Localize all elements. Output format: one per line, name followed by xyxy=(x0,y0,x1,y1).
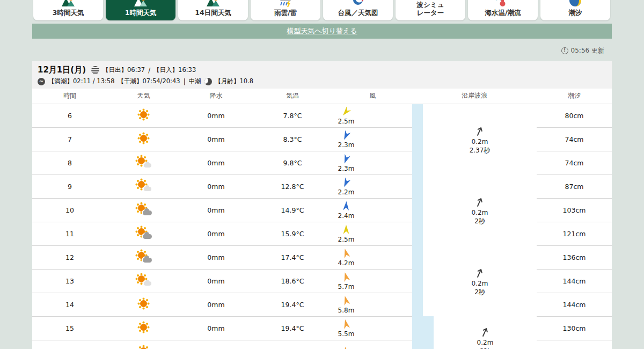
tab-label: 3時間天気 xyxy=(53,9,84,17)
wind-direction-icon xyxy=(340,200,352,212)
weather-sun-cloud-gray-icon xyxy=(135,202,152,216)
tide-cell: 121cm xyxy=(537,222,612,245)
wave-period: 2秒 xyxy=(480,347,491,349)
tide-cell: 109cm xyxy=(537,340,612,349)
sun-icon xyxy=(138,181,145,188)
low-tide-times: 【干潮】07:54/20:43 xyxy=(118,77,180,85)
wind-cell xyxy=(333,340,412,349)
cloud-icon xyxy=(144,163,151,168)
tab-weather-3h[interactable]: 3時間天気 xyxy=(33,0,103,20)
tab-label: 雨雲/雷 xyxy=(274,9,297,17)
column-header: 時間 xyxy=(32,89,107,104)
cloud-icon xyxy=(143,210,152,215)
wind-cell: 2.5m xyxy=(333,104,412,127)
sun-icon xyxy=(140,135,147,142)
weather-cell xyxy=(107,198,180,222)
sunrise-sunset-separator: / xyxy=(148,67,150,74)
weather-14d-icon xyxy=(206,0,221,8)
table-row: 120mm17.4°C4.2m0.2m2秒136cm xyxy=(32,245,612,269)
wind-direction-icon xyxy=(340,318,352,330)
wave-height: 0.2m xyxy=(472,137,488,146)
sun-icon xyxy=(140,300,147,307)
tab-sea-temperature[interactable]: 海水温/潮流 xyxy=(468,0,538,20)
column-header: 天気 xyxy=(107,89,180,104)
weather-1h-icon xyxy=(133,0,148,8)
tide-icon xyxy=(568,0,583,8)
tide-cell: 74cm xyxy=(537,127,612,151)
temp-cell: 18.6°C xyxy=(252,269,333,293)
tab-label: 潮汐 xyxy=(569,9,582,17)
hour-cell: 9 xyxy=(32,174,107,198)
weather-sun-cloud-gray-icon xyxy=(135,250,152,264)
forecast-card: 12月1日(月) 【日出】06:37 / 【日入】16:33 ~ 【満潮】02:… xyxy=(32,61,612,349)
rain-radar-icon xyxy=(278,0,293,8)
wind-speed: 2.3m xyxy=(338,141,355,149)
precip-cell: 0mm xyxy=(180,127,252,151)
table-row: 90mm12.8°C2.2m0.2m2秒87cm xyxy=(32,174,612,198)
wind-speed: 5.5m xyxy=(338,330,355,338)
wind-speed: 2.5m xyxy=(338,118,355,125)
weather-cell xyxy=(107,269,180,293)
sun-icon xyxy=(140,347,147,349)
table-body: 60mm7.8°C2.5m0.2m2.37秒80cm70mm8.3°C2.3m7… xyxy=(32,104,612,349)
weather-3h-icon xyxy=(61,0,76,8)
weather-sun-cloud-light-icon xyxy=(135,179,152,193)
orientation-switch-banner: 横型天気へ切り替える xyxy=(32,24,612,39)
coastal-wave-cell: 0.2m2.37秒 xyxy=(412,104,537,174)
weather-cell xyxy=(107,316,180,340)
weather-cell xyxy=(107,151,180,174)
wind-cell: 5.8m xyxy=(333,293,412,316)
hour-cell: 7 xyxy=(32,127,107,151)
table-header-row: 時間天気降水気温風沿岸波浪潮汐 xyxy=(32,89,612,104)
wave-height-band xyxy=(412,174,423,245)
sunrise-icon xyxy=(91,66,99,74)
hour-cell: 10 xyxy=(32,198,107,222)
tab-weather-1h[interactable]: 1時間天気 xyxy=(106,0,175,20)
weather-cell xyxy=(107,222,180,245)
wind-direction-icon xyxy=(340,177,352,188)
switch-layout-link[interactable]: 横型天気へ切り替える xyxy=(287,26,357,36)
sunset-time: 【日入】16:33 xyxy=(153,66,196,74)
tab-label: 台風／天気図 xyxy=(338,9,378,17)
wind-speed: 5.8m xyxy=(338,307,355,314)
temp-cell: 19.1°C xyxy=(252,340,333,349)
weather-sun-icon xyxy=(135,108,152,122)
wind-direction-icon xyxy=(340,153,352,165)
wave-direction-icon xyxy=(478,324,492,338)
wind-speed: 2.3m xyxy=(338,165,355,172)
tab-typhoon[interactable]: 台風／天気図 xyxy=(323,0,393,20)
weather-sun-icon xyxy=(135,297,152,311)
high-tide-times: 【満潮】02:11 / 13:58 xyxy=(48,77,114,85)
precip-cell: 0mm xyxy=(180,245,252,269)
tab-label: 1時間天気 xyxy=(125,9,157,17)
tide-cell: 103cm xyxy=(537,198,612,222)
weather-cell xyxy=(107,245,180,269)
sun-icon xyxy=(138,275,145,282)
temp-cell: 7.8°C xyxy=(252,104,333,127)
wind-cell: 2.3m xyxy=(333,127,412,151)
sunrise-time: 【日出】06:37 xyxy=(103,66,145,74)
tab-rain-radar[interactable]: 雨雲/雷 xyxy=(251,0,320,20)
wind-cell: 2.2m xyxy=(333,174,412,198)
hour-cell: 16 xyxy=(32,340,107,349)
tab-weather-14d[interactable]: 14日間天気 xyxy=(178,0,248,20)
weather-sun-cloud-light-icon xyxy=(135,155,152,169)
typhoon-icon xyxy=(350,0,365,8)
weather-sun-icon xyxy=(135,132,152,146)
tide-cell: 144cm xyxy=(537,293,612,316)
weather-sun-cloud-gray-icon xyxy=(135,226,152,240)
precip-cell: 0mm xyxy=(180,174,252,198)
tide-wave-icon: ~ xyxy=(38,78,45,85)
wind-cell: 4.2m xyxy=(333,245,412,269)
tab-tide[interactable]: 潮汐 xyxy=(540,0,610,20)
wave-direction-icon xyxy=(473,194,487,208)
precip-cell: 0mm xyxy=(180,269,252,293)
tab-wave-simulator[interactable]: 波シミュ レーター xyxy=(396,0,465,20)
coastal-wave-cell: 0.2m2秒 xyxy=(412,245,537,316)
tab-label: 波シミュ レーター xyxy=(417,1,444,17)
wind-direction-icon xyxy=(340,346,352,349)
precip-cell: 0mm xyxy=(180,104,252,127)
temp-cell: 14.9°C xyxy=(252,198,333,222)
wind-cell: 2.5m xyxy=(333,222,412,245)
table-row: 60mm7.8°C2.5m0.2m2.37秒80cm xyxy=(32,104,612,127)
